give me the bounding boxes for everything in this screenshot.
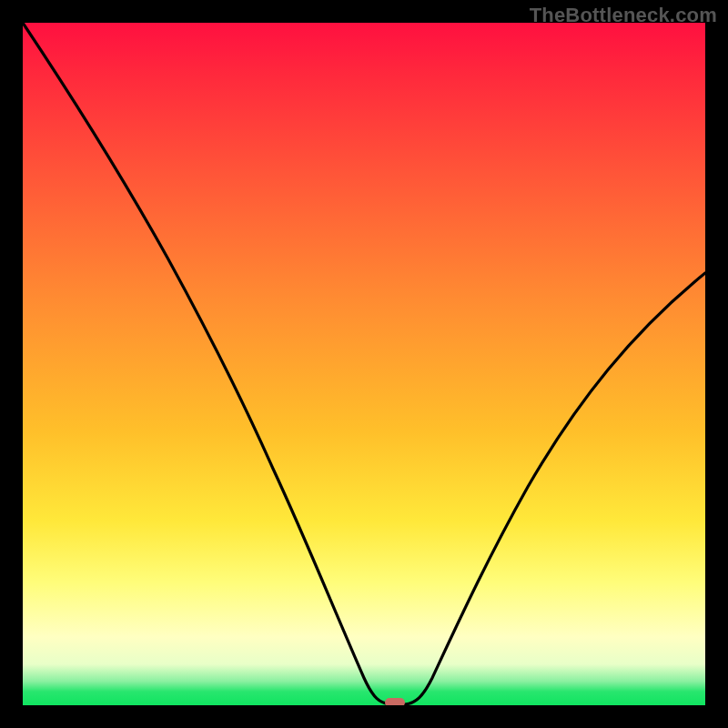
watermark-text: TheBottleneck.com: [530, 4, 717, 27]
outer-frame: TheBottleneck.com: [0, 0, 728, 728]
min-marker: [385, 698, 405, 705]
curve-layer: [23, 23, 705, 705]
bottleneck-curve: [23, 23, 705, 704]
plot-area: [23, 23, 705, 705]
